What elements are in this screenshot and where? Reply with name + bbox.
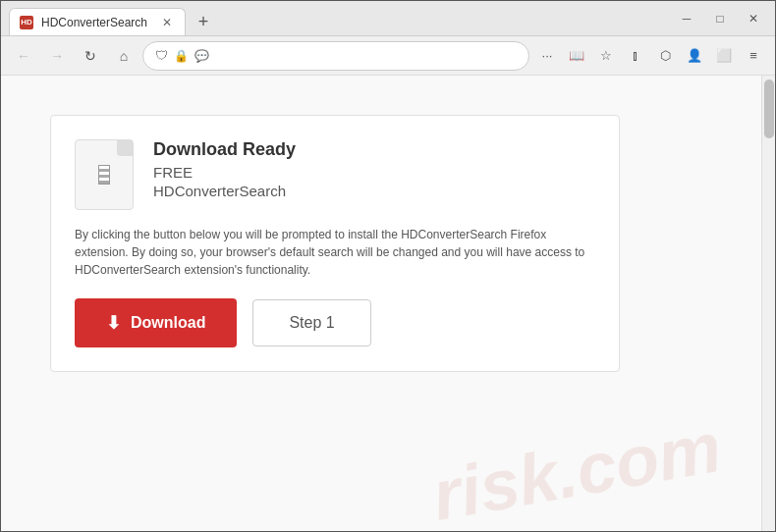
nav-extras: ··· 📖 ☆ ⫾ ⬡ 👤 ⬜ ≡	[533, 42, 767, 70]
security-shield-icon: 🛡	[155, 48, 168, 63]
sync-button[interactable]: ⬡	[651, 42, 679, 70]
app-name: HDConverterSearch	[153, 183, 296, 199]
library-button[interactable]: ⫾	[622, 42, 649, 70]
extensions-button[interactable]: ⬜	[710, 42, 738, 70]
forward-button[interactable]: →	[42, 41, 72, 71]
new-tab-button[interactable]: +	[190, 8, 217, 35]
maximize-button[interactable]: □	[706, 5, 734, 32]
tab-close-button[interactable]: ✕	[159, 15, 175, 30]
address-bar[interactable]: 🛡 🔒 💬	[142, 41, 529, 71]
step1-button[interactable]: Step 1	[252, 299, 370, 346]
page-inner: rtc risk.com Download Ready FREE HDConve…	[1, 76, 761, 531]
download-button-label: Download	[131, 314, 205, 332]
reload-button[interactable]: ↻	[76, 41, 105, 71]
step1-button-label: Step 1	[289, 314, 334, 331]
account-button[interactable]: 👤	[681, 42, 708, 70]
home-button[interactable]: ⌂	[109, 41, 139, 71]
menu-button[interactable]: ≡	[740, 42, 767, 70]
window-controls: ─ □ ✕	[673, 5, 767, 32]
card-header: Download Ready FREE HDConverterSearch	[75, 139, 595, 210]
download-button[interactable]: ⬇ Download	[75, 298, 237, 347]
scrollbar[interactable]	[761, 76, 775, 531]
minimize-button[interactable]: ─	[673, 5, 700, 32]
reading-view-button[interactable]: 📖	[563, 42, 590, 70]
lock-icon: 🔒	[174, 49, 189, 63]
disclaimer-text: By clicking the button below you will be…	[75, 226, 595, 279]
zip-icon	[98, 165, 110, 185]
file-icon	[75, 139, 134, 210]
page-content: rtc risk.com Download Ready FREE HDConve…	[1, 76, 775, 531]
tab-label: HDConverterSearch	[41, 16, 147, 29]
active-tab[interactable]: HD HDConverterSearch ✕	[9, 8, 186, 35]
tab-favicon: HD	[20, 16, 33, 29]
browser-window: HD HDConverterSearch ✕ + ─ □ ✕ ← → ↻ ⌂ 🛡…	[0, 0, 776, 532]
action-buttons: ⬇ Download Step 1	[75, 298, 595, 347]
download-card: Download Ready FREE HDConverterSearch By…	[50, 115, 620, 372]
chat-icon: 💬	[194, 49, 209, 63]
card-title: Download Ready	[153, 139, 296, 160]
back-button[interactable]: ←	[9, 41, 38, 71]
watermark-risk: risk.com	[426, 406, 727, 531]
close-button[interactable]: ✕	[740, 5, 767, 32]
tab-strip: HD HDConverterSearch ✕ +	[9, 1, 665, 35]
card-info: Download Ready FREE HDConverterSearch	[153, 139, 296, 199]
more-button[interactable]: ···	[533, 42, 561, 70]
scrollbar-thumb[interactable]	[764, 80, 774, 138]
bookmark-star-button[interactable]: ☆	[592, 42, 620, 70]
free-label: FREE	[153, 164, 296, 181]
nav-bar: ← → ↻ ⌂ 🛡 🔒 💬 ··· 📖 ☆ ⫾ ⬡ 👤 ⬜ ≡	[1, 36, 775, 76]
download-arrow-icon: ⬇	[106, 312, 121, 334]
title-bar: HD HDConverterSearch ✕ + ─ □ ✕	[1, 1, 775, 36]
